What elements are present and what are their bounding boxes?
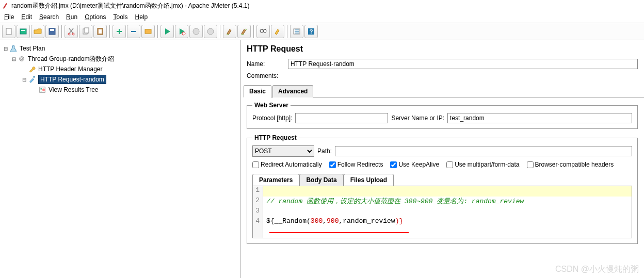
cb-multipart[interactable]: Use multipart/form-data [446, 161, 519, 168]
web-server-fieldset: Web Server Protocol [http]: Server Name … [247, 102, 638, 129]
subtab-parameters[interactable]: Parameters [252, 174, 299, 186]
web-server-legend: Web Server [252, 102, 291, 109]
search-button[interactable] [256, 25, 270, 38]
svg-rect-4 [50, 29, 54, 31]
tree-toggle-icon[interactable]: ⊟ [10, 56, 18, 62]
tree-node-http-request[interactable]: ⊟ HTTP Request-random [2, 74, 238, 85]
http-request-panel: HTTP Request Name: Comments: Basic Advan… [240, 40, 644, 278]
menu-edit[interactable]: Edit [21, 13, 32, 21]
function-helper-button[interactable] [290, 25, 303, 38]
protocol-input[interactable] [295, 113, 388, 123]
comments-label: Comments: [247, 72, 288, 79]
body-data-editor[interactable]: 1 2// random 函数使用，设定的大小值范围在 300~900 变量名为… [252, 186, 632, 238]
clear-all-button[interactable] [237, 25, 251, 38]
tree-label: Thread Group-random函数介绍 [28, 55, 114, 63]
cb-follow-redirects[interactable]: Follow Redirects [329, 161, 383, 168]
panel-title: HTTP Request [247, 44, 638, 54]
svg-rect-11 [145, 29, 151, 34]
templates-button[interactable] [17, 25, 30, 38]
watermark: CSDN @小火慢炖的粥 [555, 264, 639, 275]
window-title: random函数介绍.jmx (D:\jmeter测试文件\random函数介绍… [11, 2, 249, 10]
main-tabs: Basic Advanced [244, 85, 644, 97]
http-request-legend: HTTP Request [252, 134, 299, 141]
svg-rect-8 [85, 28, 89, 33]
name-label: Name: [247, 60, 288, 68]
tree-toggle-icon[interactable]: ⊟ [21, 77, 28, 83]
server-label: Server Name or IP: [391, 115, 444, 122]
subtab-body-data[interactable]: Body Data [299, 174, 343, 186]
test-plan-tree[interactable]: ⊟ Test Plan ⊟ Thread Group-random函数介绍 · … [0, 40, 240, 278]
pipette-icon [28, 75, 36, 84]
svg-rect-2 [21, 30, 25, 31]
svg-point-13 [193, 28, 199, 35]
body-tabs: Parameters Body Data Files Upload [252, 173, 632, 186]
svg-rect-22 [34, 76, 35, 78]
method-select[interactable]: POST [252, 145, 314, 157]
svg-point-16 [263, 29, 266, 32]
flask-icon [9, 44, 18, 53]
tab-basic[interactable]: Basic [244, 85, 271, 97]
menubar: File Edit Search Run Options Tools Help [0, 11, 644, 23]
add-button[interactable] [112, 25, 126, 38]
protocol-label: Protocol [http]: [252, 115, 292, 122]
remove-button[interactable] [127, 25, 140, 38]
http-request-fieldset: HTTP Request POST Path: Redirect Automat… [247, 134, 638, 244]
tree-node-thread-group[interactable]: ⊟ Thread Group-random函数介绍 [2, 54, 238, 64]
stop-button[interactable] [189, 25, 203, 38]
svg-rect-1 [20, 29, 26, 34]
server-input[interactable] [447, 113, 632, 123]
svg-point-21 [21, 58, 23, 60]
cb-keepalive[interactable]: Use KeepAlive [390, 161, 439, 168]
titlebar: random函数介绍.jmx (D:\jmeter测试文件\random函数介绍… [0, 0, 644, 11]
wrench-icon [28, 65, 36, 73]
menu-options[interactable]: Options [85, 13, 106, 21]
shutdown-button[interactable] [204, 25, 217, 38]
results-tree-icon [38, 86, 46, 94]
menu-run[interactable]: Run [66, 13, 77, 21]
cb-redirect-auto[interactable]: Redirect Automatically [252, 161, 322, 168]
svg-point-15 [260, 29, 263, 32]
svg-rect-10 [99, 29, 102, 34]
menu-search[interactable]: Search [39, 13, 59, 21]
path-input[interactable] [335, 146, 632, 156]
red-underline-annotation [269, 232, 409, 233]
tree-label: Test Plan [20, 45, 45, 52]
subtab-files-upload[interactable]: Files Upload [344, 174, 394, 186]
start-button[interactable] [160, 25, 174, 38]
tree-label: HTTP Request-random [38, 75, 106, 84]
svg-point-24 [42, 88, 45, 91]
cut-button[interactable] [65, 25, 78, 38]
open-button[interactable] [31, 25, 44, 38]
copy-button[interactable] [79, 25, 92, 38]
start-no-timers-button[interactable] [175, 25, 188, 38]
svg-rect-0 [6, 28, 11, 35]
reset-search-button[interactable] [271, 25, 284, 38]
tree-toggle-icon[interactable]: ⊟ [2, 46, 9, 52]
tree-node-view-results[interactable]: · View Results Tree [2, 85, 238, 95]
clear-button[interactable] [223, 25, 236, 38]
toggle-button[interactable] [141, 25, 155, 38]
tree-label: View Results Tree [49, 86, 99, 93]
cb-browser-headers[interactable]: Browser-compatible headers [527, 161, 614, 168]
name-input[interactable] [288, 59, 638, 69]
new-button[interactable] [2, 25, 15, 38]
menu-tools[interactable]: Tools [114, 13, 128, 21]
svg-point-14 [207, 28, 214, 35]
tree-node-test-plan[interactable]: ⊟ Test Plan [2, 43, 238, 54]
tree-label: HTTP Header Manager [38, 66, 103, 73]
paste-button[interactable] [93, 25, 107, 38]
svg-text:?: ? [310, 28, 313, 35]
svg-point-12 [182, 32, 185, 35]
menu-help[interactable]: Help [135, 13, 148, 21]
help-button[interactable]: ? [304, 25, 318, 38]
tab-advanced[interactable]: Advanced [272, 85, 313, 97]
gear-icon [18, 55, 26, 63]
tree-node-header-manager[interactable]: · HTTP Header Manager [2, 64, 238, 74]
save-button[interactable] [45, 25, 59, 38]
toolbar: ? [0, 23, 644, 40]
menu-file[interactable]: File [4, 13, 14, 21]
app-icon [2, 2, 9, 9]
path-label: Path: [317, 148, 332, 155]
